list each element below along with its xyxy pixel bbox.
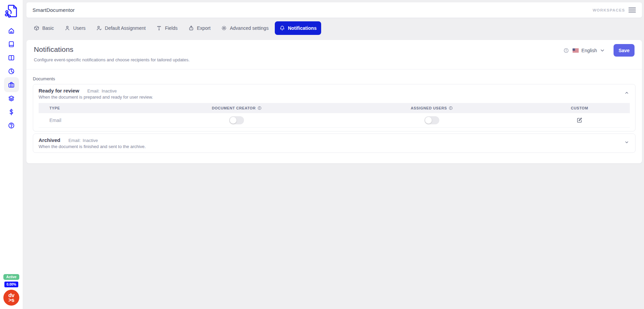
columns-icon: [8, 54, 15, 61]
collapse-panel-button[interactable]: [624, 90, 630, 96]
column-header-type: TYPE: [39, 103, 139, 113]
edit-custom-recipients-button[interactable]: [576, 117, 583, 124]
gear-icon: [221, 25, 227, 31]
status-value: Inactive: [102, 88, 117, 94]
bell-icon: [280, 25, 285, 31]
panel-ready-for-review: Ready for review Email:Inactive When the…: [33, 84, 636, 131]
hamburger-menu-icon: [628, 7, 636, 13]
panel-title: Ready for review: [39, 88, 79, 94]
page-subtitle: Configure event-specific notifications a…: [34, 57, 635, 62]
document-creator-toggle[interactable]: [229, 116, 244, 124]
sidebar-footer: Active 0.00% dv >s: [0, 274, 23, 306]
help-icon: [8, 122, 15, 129]
panel-title: Archived: [39, 137, 60, 143]
sidebar-item-workspace[interactable]: [4, 77, 19, 92]
language-selector[interactable]: English: [573, 48, 605, 53]
top-header-bar: SmartDocumentor WORKSPACES: [26, 2, 642, 18]
settings-tabs: Basic Users Default Assignment Fields: [26, 21, 642, 35]
workspaces-menu[interactable]: WORKSPACES: [593, 7, 636, 13]
toggle-knob: [425, 117, 432, 124]
save-button[interactable]: Save: [614, 44, 635, 57]
table-row-email: Email: [39, 113, 630, 127]
panel-description: When the document is finished and sent t…: [39, 144, 630, 149]
tab-label: Basic: [42, 25, 54, 31]
column-header-label: ASSIGNED USERS: [411, 106, 447, 110]
cube-icon: [34, 25, 39, 31]
upload-icon: [188, 25, 194, 31]
info-icon[interactable]: [449, 106, 453, 110]
user-icon: [65, 25, 70, 31]
us-flag-icon: [573, 48, 579, 53]
tab-label: Export: [197, 25, 210, 31]
tab-users[interactable]: Users: [60, 21, 90, 35]
tab-export[interactable]: Export: [184, 21, 215, 35]
panel-email-status: Email:Inactive: [87, 88, 117, 94]
sidebar-item-help[interactable]: [4, 119, 19, 132]
tab-fields[interactable]: Fields: [152, 21, 182, 35]
tab-basic[interactable]: Basic: [29, 21, 59, 35]
edit-pencil-icon: [577, 117, 582, 123]
card-header: Notifications Configure event-specific n…: [26, 40, 642, 69]
column-header-document-creator: DOCUMENT CREATOR: [139, 103, 334, 113]
notification-channels-table: TYPE DOCUMENT CREATOR: [39, 103, 630, 128]
documents-section-label: Documents: [33, 76, 636, 81]
column-header-label: DOCUMENT CREATOR: [212, 106, 256, 110]
tab-label: Advanced settings: [230, 25, 268, 31]
dvs-brand-logo[interactable]: dv >s: [3, 290, 19, 306]
home-icon: [8, 27, 15, 34]
user-check-icon: [96, 25, 102, 31]
tab-label: Notifications: [288, 25, 317, 31]
chevron-up-icon: [624, 90, 629, 95]
tab-notifications[interactable]: Notifications: [275, 21, 321, 35]
notifications-settings-card: Notifications Configure event-specific n…: [26, 40, 642, 163]
table-header-row: TYPE DOCUMENT CREATOR: [39, 103, 630, 113]
tab-advanced-settings[interactable]: Advanced settings: [217, 21, 273, 35]
tab-label: Users: [73, 25, 86, 31]
workspaces-label: WORKSPACES: [593, 8, 625, 12]
channel-type-cell: Email: [39, 113, 139, 127]
pie-chart-icon: [8, 68, 15, 75]
sidebar-item-documents[interactable]: [4, 37, 19, 51]
briefcase-icon: [8, 81, 15, 88]
page-title: Notifications: [34, 45, 635, 54]
info-icon[interactable]: [258, 106, 262, 110]
panel-email-status: Email:Inactive: [68, 138, 98, 143]
chevron-down-icon: [624, 140, 629, 145]
status-badge: Active: [3, 274, 19, 280]
status-value: Inactive: [83, 138, 98, 143]
sidebar-item-boards[interactable]: [4, 51, 19, 64]
panel-archived: Archived Email:Inactive When the documen…: [33, 133, 636, 153]
language-info-icon[interactable]: [563, 48, 569, 53]
card-body: Documents Ready for review Email:Inactiv…: [26, 69, 642, 153]
sidebar-item-analytics[interactable]: [4, 64, 19, 78]
header-controls: English Save: [563, 44, 635, 57]
sidebar: Active 0.00% dv >s: [0, 0, 23, 309]
panel-description: When the document is prepared and ready …: [39, 95, 630, 100]
tab-label: Default Assignment: [105, 25, 146, 31]
usage-badge: 0.00%: [4, 282, 18, 287]
assigned-users-toggle[interactable]: [424, 116, 439, 124]
text-icon: [156, 25, 162, 31]
app-title: SmartDocumentor: [32, 7, 75, 13]
chevron-down-icon: [600, 48, 605, 53]
status-label: Email:: [68, 138, 81, 143]
language-value: English: [581, 48, 597, 53]
sidebar-item-stacks[interactable]: [4, 91, 19, 105]
smartdocumentor-logo-icon[interactable]: [3, 3, 20, 19]
dollar-icon: [8, 108, 15, 116]
layers-icon: [8, 95, 15, 102]
column-header-assigned-users: ASSIGNED USERS: [334, 103, 529, 113]
status-label: Email:: [87, 88, 99, 94]
journal-icon: [8, 41, 15, 48]
expand-panel-button[interactable]: [624, 139, 630, 145]
column-header-custom: CUSTOM: [529, 103, 630, 113]
toggle-knob: [230, 117, 237, 124]
tab-default-assignment[interactable]: Default Assignment: [92, 21, 151, 35]
sidebar-nav: [0, 24, 23, 132]
sidebar-item-billing[interactable]: [4, 105, 19, 119]
sidebar-item-home[interactable]: [4, 24, 19, 37]
dvs-logo-line2: >s: [8, 298, 14, 303]
tab-label: Fields: [165, 25, 177, 31]
